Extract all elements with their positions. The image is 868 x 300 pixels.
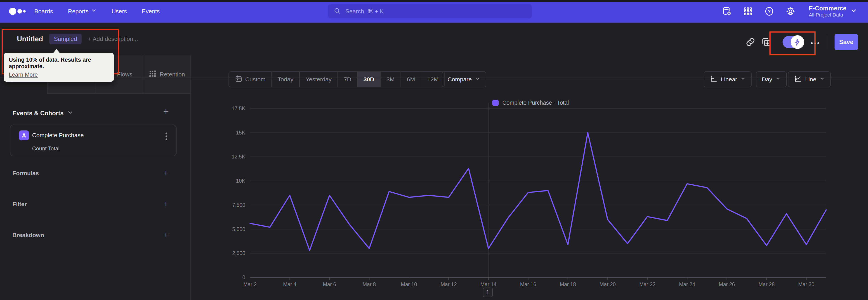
y-tick-label: 10K [236,178,246,184]
report-sidebar: InsightsFunnelsFlowsRetention Events & C… [0,55,191,300]
add-to-board-icon[interactable] [761,37,771,48]
add-event-button[interactable]: + [163,107,169,116]
x-tick-label: Mar 28 [758,281,775,287]
chevron-down-icon [91,8,96,15]
data-management-icon[interactable] [721,6,732,17]
add-filter-button[interactable]: + [163,200,169,209]
range-yesterday[interactable]: Yesterday [299,72,338,87]
sampled-badge[interactable]: Sampled [49,34,82,44]
titlebar-divider [0,78,868,78]
event-name[interactable]: Complete Purchase [32,132,84,139]
toolbar-divider [828,35,828,49]
add-formulas-button[interactable]: + [163,169,169,178]
x-tick-label: Mar 26 [719,281,735,287]
pagination-page-button[interactable]: 1 [483,288,493,297]
x-tick-label: Mar 12 [440,281,457,287]
range-label: Yesterday [306,76,332,83]
toggle-knob [791,35,804,49]
mixpanel-logo-icon[interactable] [8,5,30,17]
range-label: Custom [245,76,266,83]
range-3m[interactable]: 3M [380,72,401,87]
help-icon[interactable]: ? [764,6,774,17]
range-label: 3M [386,76,395,83]
more-options-button[interactable]: ••• [811,39,820,47]
legend-label: Complete Purchase - Total [502,99,569,106]
report-title[interactable]: Untitled [17,35,43,43]
x-tick-label: Mar 4 [283,281,296,287]
interval-label: Day [762,76,772,83]
tab-label: Flows [117,71,132,78]
nav-item-users[interactable]: Users [112,8,127,15]
range-12m[interactable]: 12M [421,72,445,87]
nav-item-label: Users [112,8,127,15]
x-tick-label: Mar 8 [363,281,376,287]
y-tick-label: 0 [242,274,245,280]
nav-item-reports[interactable]: Reports [68,8,96,15]
search-icon [334,7,341,16]
learn-more-link[interactable]: Learn More [9,71,109,78]
section-filter: Filter+ [0,201,191,211]
range-custom[interactable]: Custom [229,72,272,87]
range-label: Today [278,76,293,83]
interval-selector[interactable]: Day [756,71,786,87]
x-tick-label: Mar 16 [520,281,536,287]
chart-type-label: Line [805,76,816,83]
tab-retention[interactable]: Retention [143,55,190,94]
linear-axis-icon [710,74,718,84]
compare-label: Compare [447,76,472,83]
search-input[interactable] [345,8,526,15]
range-6m[interactable]: 6M [401,72,421,87]
compare-button[interactable]: Compare [442,71,486,87]
event-letter-badge: A [19,130,29,140]
apps-grid-icon[interactable] [743,6,753,17]
calendar-icon [235,75,243,84]
add-breakdown-button[interactable]: + [163,230,169,240]
scale-selector[interactable]: Linear [704,71,752,87]
window-top-edge [0,0,868,2]
chevron-down-icon [740,76,746,83]
range-30d[interactable]: 30D [357,72,380,87]
x-tick-label: Mar 6 [323,281,336,287]
section-formulas: Formulas+ [0,170,191,180]
nav-icon-group: ? [721,0,796,23]
settings-gear-icon[interactable] [785,6,796,17]
nav-item-events[interactable]: Events [142,8,160,15]
x-tick-label: Mar 20 [599,281,616,287]
project-name: E-Commerce [809,5,846,12]
chevron-down-icon [67,110,73,117]
save-button[interactable]: Save [835,34,858,50]
sampling-toggle[interactable] [782,36,804,48]
y-tick-label: 17.5K [232,106,246,112]
project-scope: All Project Data [809,12,846,18]
chart-legend[interactable]: Complete Purchase - Total [235,99,826,106]
search-bar[interactable] [328,4,532,18]
event-metric[interactable]: Count Total [32,145,59,152]
tab-label: Retention [160,71,185,78]
copy-link-icon[interactable] [745,37,755,48]
chevron-down-icon [775,76,781,83]
events-cohorts-header[interactable]: Events & Cohorts [12,110,73,117]
chevron-down-icon [475,76,480,83]
section-label: Breakdown [12,232,44,239]
y-tick-label: 7,500 [232,202,245,208]
add-description[interactable]: + Add description... [88,35,138,42]
x-tick-label: Mar 10 [401,281,417,287]
nav-item-boards[interactable]: Boards [34,8,53,15]
x-tick-label: Mar 14 [480,281,497,287]
y-tick-label: 12.5K [232,154,246,160]
lightning-bolt-icon [794,38,801,46]
chart-type-selector[interactable]: Line [788,71,831,87]
x-tick-label: Mar 2 [243,281,257,287]
x-tick-label: Mar 22 [639,281,655,287]
nav-item-label: Reports [68,8,88,15]
series-line[interactable] [250,133,826,250]
range-today[interactable]: Today [272,72,299,87]
event-card[interactable]: A Complete Purchase Count Total [10,125,177,156]
nav-item-label: Boards [34,8,53,15]
y-tick-label: 5,000 [232,226,245,232]
x-tick-label: Mar 18 [560,281,576,287]
project-selector[interactable]: E-Commerce All Project Data [809,0,857,23]
range-label: 30D [364,76,374,83]
range-7d[interactable]: 7D [338,72,357,87]
event-options-kebab-icon[interactable] [162,131,170,142]
